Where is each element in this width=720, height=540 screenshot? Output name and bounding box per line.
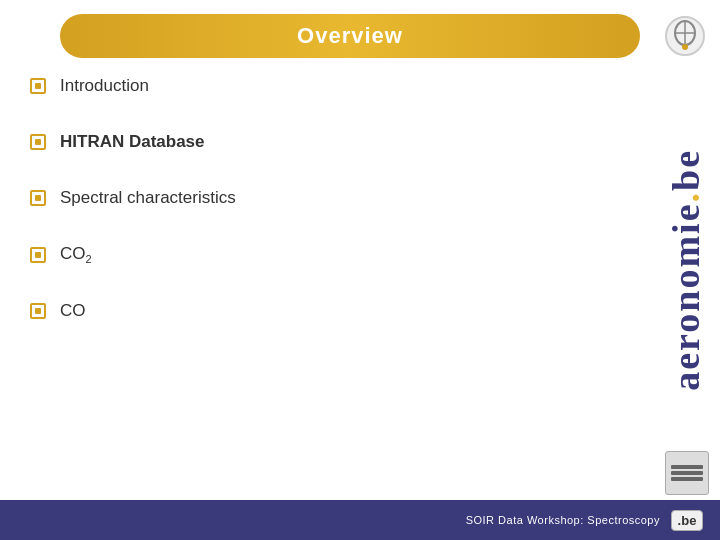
be-badge-container: .be (662, 504, 712, 536)
logo-top-right (660, 8, 710, 64)
menu-item-spectral: Spectral characteristics (30, 184, 650, 212)
header-title: Overview (297, 23, 403, 49)
bullet-co (30, 303, 46, 319)
svg-point-3 (682, 44, 688, 50)
footer-label: SOIR Data Workshop: Spectroscopy (466, 514, 660, 526)
bullet-spectral (30, 190, 46, 206)
be-badge-icon: .be (671, 510, 704, 531)
inst-line-1 (671, 465, 703, 469)
brand-dot: . (665, 191, 707, 203)
inst-line-2 (671, 471, 703, 475)
footer-bar: SOIR Data Workshop: Spectroscopy (0, 500, 720, 540)
menu-label-co: CO (60, 301, 86, 321)
menu-label-co2: CO2 (60, 244, 92, 265)
vertical-brand-text: aeronomie.be (664, 149, 708, 391)
logo-circle-icon (665, 16, 705, 56)
menu-item-co2: CO2 (30, 240, 650, 269)
menu-label-hitran: HITRAN Database (60, 132, 205, 152)
inst-line-3 (671, 477, 703, 481)
aeronomie-logo-icon (671, 19, 699, 53)
bullet-co2 (30, 247, 46, 263)
page-container: Overview aeronomie.be Introduction HITRA… (0, 0, 720, 540)
side-text-area: aeronomie.be (664, 80, 708, 460)
institution-box-icon (665, 451, 709, 495)
header-banner: Overview (60, 14, 640, 58)
menu-label-introduction: Introduction (60, 76, 149, 96)
menu-label-spectral: Spectral characteristics (60, 188, 236, 208)
subscript-2: 2 (86, 253, 92, 265)
content-area: Introduction HITRAN Database Spectral ch… (30, 72, 650, 490)
bullet-introduction (30, 78, 46, 94)
menu-item-co: CO (30, 297, 650, 325)
menu-item-introduction: Introduction (30, 72, 650, 100)
institution-logo (664, 450, 710, 496)
bullet-hitran (30, 134, 46, 150)
menu-item-hitran: HITRAN Database (30, 128, 650, 156)
